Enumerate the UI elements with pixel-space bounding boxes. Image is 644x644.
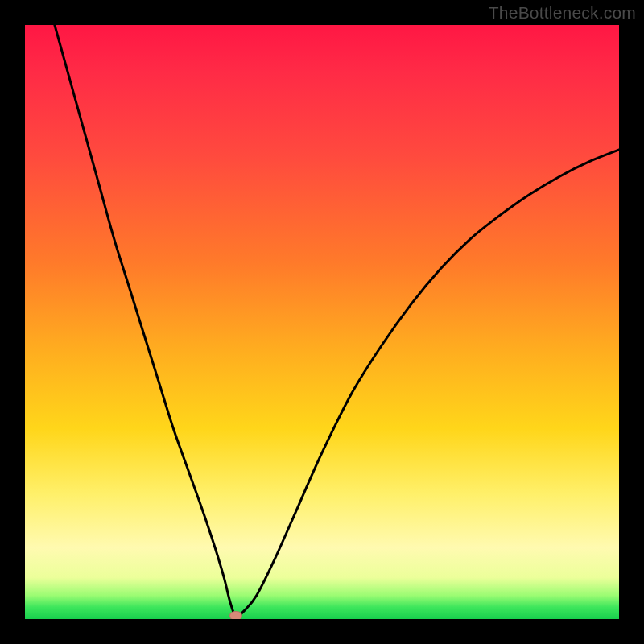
minimum-marker <box>229 611 242 619</box>
plot-area <box>25 25 619 619</box>
bottleneck-curve <box>25 25 619 619</box>
chart-frame: TheBottleneck.com <box>0 0 644 644</box>
watermark-text: TheBottleneck.com <box>489 3 636 23</box>
